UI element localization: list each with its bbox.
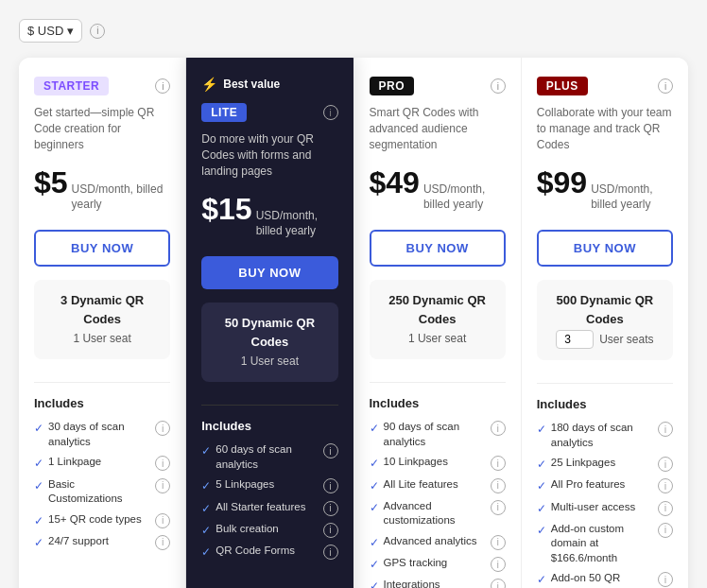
- plan-info-icon-lite[interactable]: i: [323, 105, 338, 120]
- feature-left: ✓ 90 days of scan analytics: [370, 420, 487, 449]
- feature-info-icon[interactable]: i: [491, 421, 506, 436]
- check-icon: ✓: [370, 478, 379, 493]
- qr-codes-plus: 500 Dynamic QR Codes: [548, 291, 662, 331]
- check-icon: ✓: [34, 513, 43, 528]
- plan-info-icon-pro[interactable]: i: [491, 78, 506, 94]
- check-icon: ✓: [370, 456, 379, 471]
- user-seats-row-plus: User seats: [548, 330, 662, 349]
- check-icon: ✓: [537, 478, 546, 493]
- feature-text: Bulk creation: [216, 522, 278, 537]
- feature-info-icon[interactable]: i: [323, 523, 338, 538]
- feature-item: ✓ 1 Linkpage i: [34, 455, 170, 471]
- feature-left: ✓ 60 days of scan analytics: [201, 442, 319, 472]
- plans-container: STARTER i Get started—simple QR Code cre…: [19, 58, 688, 588]
- feature-info-icon[interactable]: i: [491, 557, 506, 572]
- feature-info-icon[interactable]: i: [323, 478, 338, 493]
- feature-info-icon[interactable]: i: [491, 579, 506, 588]
- price-main-starter: $5: [34, 165, 68, 200]
- feature-info-icon[interactable]: i: [155, 478, 170, 493]
- check-icon: ✓: [370, 421, 379, 436]
- buy-button-starter[interactable]: BUY NOW: [34, 230, 170, 267]
- feature-left: ✓ Add-on custom domain at $166.6/month: [537, 522, 654, 566]
- qr-info-box-lite: 50 Dynamic QR Codes 1 User seat: [201, 303, 337, 383]
- feature-text: GPS tracking: [384, 556, 448, 571]
- feature-info-icon[interactable]: i: [323, 443, 338, 458]
- feature-info-icon[interactable]: i: [155, 421, 170, 436]
- feature-text: 1 Linkpage: [48, 455, 101, 470]
- feature-info-icon[interactable]: i: [491, 456, 506, 471]
- feature-info-icon[interactable]: i: [491, 535, 506, 550]
- feature-list-starter: ✓ 30 days of scan analytics i ✓ 1 Linkpa…: [34, 420, 170, 550]
- feature-text: 25 Linkpages: [551, 456, 615, 471]
- feature-info-icon[interactable]: i: [323, 545, 338, 560]
- feature-text: Add-on 50 QR Codes at $6.25/month: [551, 571, 654, 588]
- feature-text: Advanced customizations: [384, 499, 487, 528]
- feature-left: ✓ Advanced analytics: [370, 534, 477, 550]
- buy-button-plus[interactable]: BUY NOW: [537, 230, 673, 267]
- feature-info-icon[interactable]: i: [491, 478, 506, 493]
- feature-text: 24/7 support: [48, 534, 109, 549]
- feature-left: ✓ Multi-user access: [537, 500, 635, 516]
- check-icon: ✓: [370, 579, 379, 588]
- feature-left: ✓ GPS tracking: [370, 556, 448, 572]
- check-icon: ✓: [537, 523, 546, 538]
- plan-label-row: LITE i: [201, 103, 337, 122]
- feature-item: ✓ GPS tracking i: [370, 556, 506, 572]
- plan-info-icon-starter[interactable]: i: [155, 78, 170, 94]
- plan-plus: PLUS i Collaborate with your team to man…: [522, 58, 688, 588]
- feature-left: ✓ All Lite features: [370, 477, 458, 493]
- feature-info-icon[interactable]: i: [323, 501, 338, 516]
- buy-button-pro[interactable]: BUY NOW: [370, 230, 506, 267]
- user-seats-lite: 1 User seat: [213, 353, 326, 371]
- check-icon: ✓: [34, 535, 43, 550]
- lightning-icon: ⚡: [201, 77, 217, 92]
- divider-starter: [34, 382, 170, 383]
- feature-text: All Lite features: [384, 477, 458, 493]
- qr-codes-starter: 3 Dynamic QR Codes: [45, 291, 159, 331]
- feature-info-icon[interactable]: i: [658, 478, 673, 493]
- plan-badge-pro: PRO: [370, 77, 415, 95]
- feature-info-icon[interactable]: i: [658, 457, 673, 472]
- feature-left: ✓ All Starter features: [201, 500, 305, 516]
- currency-info-icon[interactable]: i: [90, 24, 105, 39]
- feature-item: ✓ 10 Linkpages i: [370, 455, 506, 471]
- top-bar: $ USD ▾ i: [19, 19, 688, 43]
- feature-left: ✓ 1 Linkpage: [34, 455, 101, 471]
- price-detail-starter: USD/month, billed yearly: [72, 182, 171, 212]
- plan-label-row: STARTER i: [34, 77, 170, 95]
- currency-selector[interactable]: $ USD ▾: [19, 19, 82, 43]
- price-detail-pro: USD/month, billed yearly: [423, 182, 506, 212]
- feature-left: ✓ Add-on 50 QR Codes at $6.25/month: [537, 571, 654, 588]
- feature-text: 30 days of scan analytics: [48, 420, 151, 449]
- price-row-pro: $49 USD/month, billed yearly: [370, 165, 506, 212]
- price-detail-plus: USD/month, billed yearly: [591, 182, 673, 212]
- plan-description-pro: Smart QR Codes with advanced audience se…: [370, 105, 506, 152]
- check-icon: ✓: [201, 501, 211, 516]
- check-icon: ✓: [537, 572, 546, 587]
- feature-info-icon[interactable]: i: [658, 523, 673, 538]
- feature-text: All Starter features: [216, 500, 305, 515]
- buy-button-lite[interactable]: BUY NOW: [201, 256, 337, 289]
- feature-info-icon[interactable]: i: [155, 535, 170, 550]
- feature-info-icon[interactable]: i: [658, 501, 673, 516]
- plan-badge-lite: LITE: [201, 103, 247, 122]
- feature-info-icon[interactable]: i: [658, 572, 673, 587]
- feature-left: ✓ 10 Linkpages: [370, 455, 448, 471]
- feature-item: ✓ Advanced analytics i: [370, 534, 506, 550]
- plan-badge-plus: PLUS: [537, 77, 588, 95]
- check-icon: ✓: [34, 478, 43, 493]
- price-main-lite: $15: [201, 192, 251, 227]
- feature-info-icon[interactable]: i: [658, 422, 673, 437]
- plan-description-plus: Collaborate with your team to manage and…: [537, 105, 673, 152]
- feature-item: ✓ All Pro features i: [537, 477, 673, 493]
- feature-info-icon[interactable]: i: [155, 456, 170, 471]
- feature-left: ✓ 24/7 support: [34, 534, 109, 550]
- feature-info-icon[interactable]: i: [491, 500, 506, 515]
- user-seats-starter: 1 User seat: [45, 330, 159, 348]
- feature-text: 60 days of scan analytics: [216, 442, 319, 472]
- divider-plus: [537, 383, 673, 384]
- feature-info-icon[interactable]: i: [155, 513, 170, 528]
- plan-info-icon-plus[interactable]: i: [658, 78, 673, 94]
- seats-stepper-plus[interactable]: [556, 330, 594, 349]
- plan-lite: ⚡ Best value LITE i Do more with your QR…: [186, 58, 354, 588]
